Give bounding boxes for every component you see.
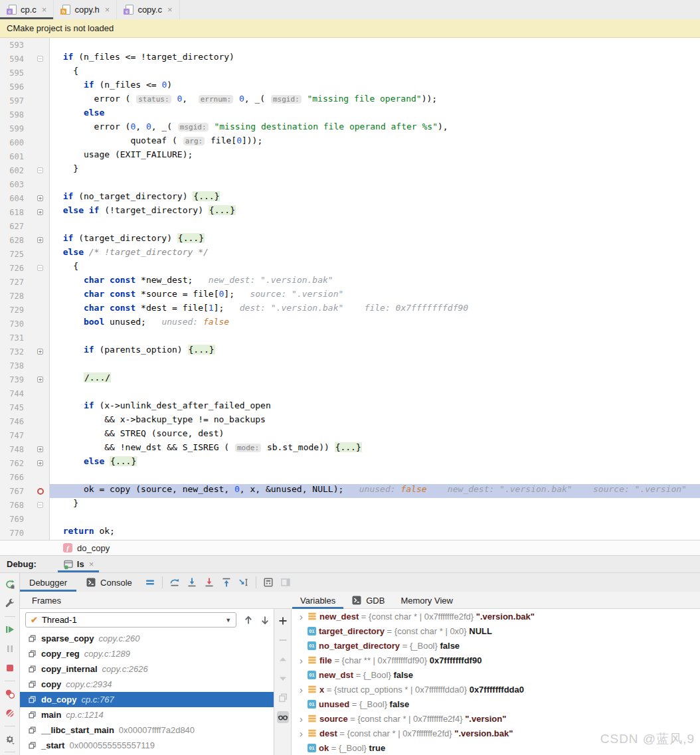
fold-expand-icon[interactable]: + <box>37 377 43 382</box>
code-line[interactable]: 600 quoteaf ( arg: file[0])); <box>0 135 700 149</box>
code-text[interactable]: } <box>50 498 700 512</box>
resume-button[interactable] <box>2 624 18 635</box>
fold-expand-icon[interactable]: + <box>37 237 43 243</box>
code-text[interactable]: if (no_target_directory) {...} <box>50 191 700 205</box>
code-line[interactable]: 596 if (n_files <= 0) <box>0 80 700 94</box>
editor-tab-copy.h[interactable]: hcopy.h× <box>54 0 117 19</box>
mute-breakpoints-button[interactable] <box>2 708 18 718</box>
debug-session-tab[interactable]: ls × <box>58 556 99 572</box>
stack-frame[interactable]: sparse_copycopy.c:260 <box>20 631 274 646</box>
editor-tab-copy.c[interactable]: ccopy.c× <box>117 0 179 19</box>
gutter-cell[interactable]: 748+ <box>0 442 50 456</box>
evaluate-button[interactable] <box>260 574 276 590</box>
variable-row[interactable]: 01no_target_directory = {_Bool} false <box>292 638 700 653</box>
variable-row[interactable]: ›source = {const char * | 0x7fffffffe2f4… <box>292 711 700 726</box>
stack-frame[interactable]: _start0x0000555555557119 <box>20 738 274 753</box>
add-watch-button[interactable] <box>277 615 289 627</box>
gutter-cell[interactable]: 745 <box>0 400 50 414</box>
code-line[interactable]: 599 error (0, 0, _( msgid: "missing dest… <box>0 122 700 135</box>
hamburger-button[interactable] <box>142 574 158 590</box>
code-line[interactable]: 731 <box>0 331 700 345</box>
rerun-button[interactable] <box>2 579 18 590</box>
chevron-right-icon[interactable]: › <box>296 728 306 738</box>
stack-frame[interactable]: copy_regcopy.c:1289 <box>20 646 274 661</box>
gutter-cell[interactable]: 744 <box>0 386 50 400</box>
gutter-cell[interactable]: 618+ <box>0 205 50 219</box>
previous-frame-button[interactable] <box>240 612 256 628</box>
variable-row[interactable]: ›new_dest = {const char * | 0x7fffffffe2… <box>292 609 700 624</box>
code-text[interactable]: } <box>50 163 700 177</box>
code-text[interactable]: error (0, 0, _( msgid: "missing destinat… <box>50 122 700 135</box>
code-line[interactable]: 603 <box>0 177 700 191</box>
editor-tab-cp.c[interactable]: ccp.c× <box>0 0 54 19</box>
gutter-cell[interactable]: 725 <box>0 247 50 261</box>
next-frame-button[interactable] <box>258 612 273 628</box>
gutter-cell[interactable]: 604+ <box>0 191 50 205</box>
code-line[interactable]: 762+ else {...} <box>0 456 700 470</box>
code-text[interactable] <box>50 386 700 400</box>
gutter-cell[interactable]: 729 <box>0 303 50 317</box>
gutter-cell[interactable]: 731 <box>0 331 50 345</box>
pause-button[interactable] <box>2 643 18 654</box>
gutter-cell[interactable]: 738 <box>0 359 50 373</box>
remove-watch-button[interactable] <box>277 634 289 646</box>
code-line[interactable]: 604+ if (no_target_directory) {...} <box>0 191 700 205</box>
code-text[interactable]: else /* !target_directory */ <box>50 247 700 261</box>
gutter-cell[interactable]: 727 <box>0 275 50 289</box>
code-line[interactable]: 747 && STREQ (source, dest) <box>0 428 700 442</box>
stack-frame[interactable]: do_copycp.c:767 <box>20 692 274 707</box>
tab-debugger[interactable]: Debugger <box>20 573 76 592</box>
code-text[interactable] <box>50 219 700 233</box>
step-into-button[interactable] <box>184 574 200 590</box>
gutter-cell[interactable]: 770 <box>0 526 50 540</box>
tab-console[interactable]: Console <box>76 573 141 592</box>
gutter-cell[interactable]: 601 <box>0 149 50 163</box>
stop-button[interactable] <box>2 663 18 673</box>
code-line[interactable]: 767 ok = copy (source, new_dest, 0, x, &… <box>0 484 700 498</box>
code-line[interactable]: 766 <box>0 470 700 484</box>
code-text[interactable]: if (target_directory) {...} <box>50 233 700 247</box>
run-to-cursor-button[interactable] <box>236 574 252 590</box>
code-text[interactable] <box>50 470 700 484</box>
close-icon[interactable]: × <box>89 560 94 568</box>
code-text[interactable]: char const *dest = file[1]; dest: ".vers… <box>50 303 700 317</box>
breakpoint-icon[interactable] <box>37 488 44 495</box>
code-text[interactable] <box>50 512 700 526</box>
variable-row[interactable]: 01new_dst = {_Bool} false <box>292 667 700 682</box>
gutter-cell[interactable]: 768− <box>0 498 50 512</box>
stack-frame[interactable]: copycopy.c:2934 <box>20 677 274 692</box>
gutter-cell[interactable]: 598 <box>0 108 50 122</box>
code-line[interactable]: 601 usage (EXIT_FAILURE); <box>0 149 700 163</box>
gutter-cell[interactable]: 596 <box>0 80 50 94</box>
code-line[interactable]: 727 char const *new_dest; new_dest: ".ve… <box>0 275 700 289</box>
layout-button[interactable] <box>278 574 294 590</box>
fold-expand-icon[interactable]: + <box>37 349 43 355</box>
gutter-cell[interactable]: 746 <box>0 414 50 428</box>
code-text[interactable]: char const *source = file[0]; source: ".… <box>50 289 700 303</box>
code-text[interactable]: quoteaf ( arg: file[0])); <box>50 135 700 149</box>
code-line[interactable]: 593 <box>0 38 700 52</box>
chevron-right-icon[interactable]: › <box>296 714 306 724</box>
code-line[interactable]: 602− } <box>0 163 700 177</box>
close-icon[interactable]: × <box>105 5 110 14</box>
code-text[interactable]: if (parents_option) {...} <box>50 345 700 359</box>
variable-row[interactable]: 01target_directory = {const char * | 0x0… <box>292 624 700 638</box>
gutter-cell[interactable]: 739+ <box>0 373 50 386</box>
code-text[interactable]: char const *new_dest; new_dest: ".versio… <box>50 275 700 289</box>
gutter-cell[interactable]: 732+ <box>0 345 50 359</box>
code-text[interactable] <box>50 177 700 191</box>
code-line[interactable]: 728 char const *source = file[0]; source… <box>0 289 700 303</box>
gutter-cell[interactable]: 627 <box>0 219 50 233</box>
code-line[interactable]: 595 { <box>0 66 700 80</box>
chevron-right-icon[interactable]: › <box>296 655 306 665</box>
gutter-cell[interactable]: 594− <box>0 52 50 66</box>
code-text[interactable]: { <box>50 66 700 80</box>
gutter-cell[interactable]: 762+ <box>0 456 50 470</box>
variable-row[interactable]: 01unused = {_Bool} false <box>292 697 700 711</box>
code-line[interactable]: 770 return ok; <box>0 526 700 540</box>
code-line[interactable]: 768− } <box>0 498 700 512</box>
stack-frame[interactable]: maincp.c:1214 <box>20 707 274 722</box>
gutter-cell[interactable]: 628+ <box>0 233 50 247</box>
code-line[interactable]: 730 bool unused; unused: false <box>0 317 700 331</box>
code-line[interactable]: 748+ && !new_dst && S_ISREG ( mode: sb.s… <box>0 442 700 456</box>
